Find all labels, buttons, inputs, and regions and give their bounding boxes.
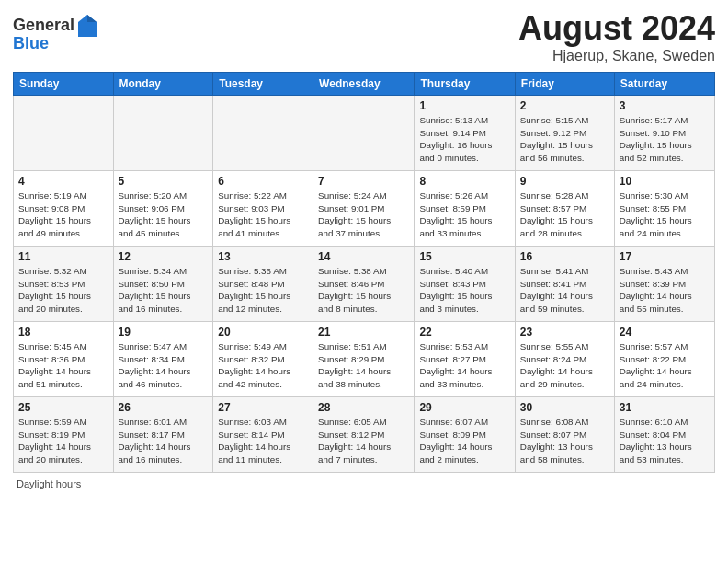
day-number: 19	[119, 326, 209, 339]
day-info: Sunrise: 5:38 AMSunset: 8:46 PMDaylight:…	[318, 265, 409, 316]
day-info: Sunrise: 5:30 AMSunset: 8:55 PMDaylight:…	[620, 190, 710, 240]
day-info: Sunrise: 6:10 AMSunset: 8:04 PMDaylight:…	[620, 416, 710, 466]
week-row-2: 4Sunrise: 5:19 AMSunset: 9:08 PMDaylight…	[14, 171, 715, 247]
day-info: Sunrise: 5:57 AMSunset: 8:22 PMDaylight:…	[620, 340, 710, 391]
calendar-cell	[113, 96, 213, 171]
calendar-cell: 4Sunrise: 5:19 AMSunset: 9:08 PMDaylight…	[14, 171, 114, 247]
calendar-cell: 20Sunrise: 5:49 AMSunset: 8:32 PMDayligh…	[213, 322, 313, 397]
week-row-4: 18Sunrise: 5:45 AMSunset: 8:36 PMDayligh…	[14, 322, 715, 397]
day-number: 23	[520, 326, 609, 339]
day-info: Sunrise: 5:41 AMSunset: 8:41 PMDaylight:…	[520, 265, 609, 316]
day-info: Sunrise: 5:53 AMSunset: 8:27 PMDaylight:…	[419, 340, 509, 391]
calendar-cell: 22Sunrise: 5:53 AMSunset: 8:27 PMDayligh…	[415, 322, 515, 397]
day-number: 20	[218, 326, 308, 339]
calendar-cell: 18Sunrise: 5:45 AMSunset: 8:36 PMDayligh…	[14, 322, 114, 397]
day-info: Sunrise: 5:40 AMSunset: 8:43 PMDaylight:…	[419, 265, 509, 316]
logo-general-text: General	[13, 17, 74, 35]
weekday-header-saturday: Saturday	[614, 73, 714, 96]
calendar-cell: 17Sunrise: 5:43 AMSunset: 8:39 PMDayligh…	[614, 247, 714, 322]
calendar-cell: 11Sunrise: 5:32 AMSunset: 8:53 PMDayligh…	[14, 247, 114, 322]
day-info: Sunrise: 5:34 AMSunset: 8:50 PMDaylight:…	[119, 265, 209, 316]
calendar-cell: 27Sunrise: 6:03 AMSunset: 8:14 PMDayligh…	[213, 397, 313, 473]
calendar-table: SundayMondayTuesdayWednesdayThursdayFrid…	[13, 72, 715, 473]
day-number: 16	[520, 250, 609, 263]
calendar-cell: 3Sunrise: 5:17 AMSunset: 9:10 PMDaylight…	[614, 96, 714, 171]
day-number: 2	[520, 99, 609, 112]
calendar-cell: 5Sunrise: 5:20 AMSunset: 9:06 PMDaylight…	[113, 171, 213, 247]
header: General Blue August 2024 Hjaerup, Skane,…	[13, 9, 715, 64]
title-block: August 2024 Hjaerup, Skane, Sweden	[518, 9, 715, 64]
weekday-header-row: SundayMondayTuesdayWednesdayThursdayFrid…	[14, 73, 715, 96]
weekday-header-sunday: Sunday	[14, 73, 114, 96]
day-info: Sunrise: 5:13 AMSunset: 9:14 PMDaylight:…	[419, 114, 509, 165]
calendar-cell: 25Sunrise: 5:59 AMSunset: 8:19 PMDayligh…	[14, 397, 114, 473]
calendar-cell: 26Sunrise: 6:01 AMSunset: 8:17 PMDayligh…	[113, 397, 213, 473]
day-number: 1	[419, 99, 509, 112]
calendar-cell: 13Sunrise: 5:36 AMSunset: 8:48 PMDayligh…	[213, 247, 313, 322]
calendar-cell: 19Sunrise: 5:47 AMSunset: 8:34 PMDayligh…	[113, 322, 213, 397]
day-number: 18	[18, 326, 108, 339]
calendar-cell: 30Sunrise: 6:08 AMSunset: 8:07 PMDayligh…	[515, 397, 614, 473]
calendar-cell: 21Sunrise: 5:51 AMSunset: 8:29 PMDayligh…	[313, 322, 415, 397]
day-info: Sunrise: 5:32 AMSunset: 8:53 PMDaylight:…	[18, 265, 108, 316]
day-number: 15	[419, 250, 509, 263]
day-number: 8	[419, 175, 509, 188]
week-row-5: 25Sunrise: 5:59 AMSunset: 8:19 PMDayligh…	[14, 397, 715, 473]
calendar-cell: 14Sunrise: 5:38 AMSunset: 8:46 PMDayligh…	[313, 247, 415, 322]
calendar-cell: 6Sunrise: 5:22 AMSunset: 9:03 PMDaylight…	[213, 171, 313, 247]
calendar-cell	[14, 96, 114, 171]
day-info: Sunrise: 5:51 AMSunset: 8:29 PMDaylight:…	[318, 340, 409, 391]
day-info: Sunrise: 5:22 AMSunset: 9:03 PMDaylight:…	[218, 190, 308, 240]
day-info: Sunrise: 5:43 AMSunset: 8:39 PMDaylight:…	[620, 265, 710, 316]
main-title: August 2024	[518, 9, 715, 48]
day-number: 17	[620, 250, 710, 263]
day-info: Sunrise: 5:20 AMSunset: 9:06 PMDaylight:…	[119, 190, 209, 240]
day-info: Sunrise: 6:01 AMSunset: 8:17 PMDaylight:…	[119, 416, 209, 466]
calendar-cell: 1Sunrise: 5:13 AMSunset: 9:14 PMDaylight…	[415, 96, 515, 171]
day-info: Sunrise: 5:45 AMSunset: 8:36 PMDaylight:…	[18, 340, 108, 391]
day-info: Sunrise: 5:28 AMSunset: 8:57 PMDaylight:…	[520, 190, 609, 240]
day-number: 10	[620, 175, 710, 188]
calendar-cell	[313, 96, 415, 171]
logo: General Blue	[13, 13, 98, 53]
day-info: Sunrise: 5:17 AMSunset: 9:10 PMDaylight:…	[620, 114, 710, 165]
calendar-cell: 12Sunrise: 5:34 AMSunset: 8:50 PMDayligh…	[113, 247, 213, 322]
day-info: Sunrise: 5:19 AMSunset: 9:08 PMDaylight:…	[18, 190, 108, 240]
day-number: 12	[119, 250, 209, 263]
day-number: 22	[419, 326, 509, 339]
weekday-header-tuesday: Tuesday	[213, 73, 313, 96]
weekday-header-thursday: Thursday	[415, 73, 515, 96]
day-number: 11	[18, 250, 108, 263]
day-info: Sunrise: 6:05 AMSunset: 8:12 PMDaylight:…	[318, 416, 409, 466]
calendar-cell: 2Sunrise: 5:15 AMSunset: 9:12 PMDaylight…	[515, 96, 614, 171]
day-number: 3	[620, 99, 710, 112]
day-info: Sunrise: 5:47 AMSunset: 8:34 PMDaylight:…	[119, 340, 209, 391]
calendar-cell: 15Sunrise: 5:40 AMSunset: 8:43 PMDayligh…	[415, 247, 515, 322]
day-number: 6	[218, 175, 308, 188]
day-info: Sunrise: 5:15 AMSunset: 9:12 PMDaylight:…	[520, 114, 609, 165]
day-number: 14	[318, 250, 409, 263]
week-row-3: 11Sunrise: 5:32 AMSunset: 8:53 PMDayligh…	[14, 247, 715, 322]
day-number: 9	[520, 175, 609, 188]
subtitle: Hjaerup, Skane, Sweden	[518, 48, 715, 64]
day-number: 13	[218, 250, 308, 263]
calendar-cell	[213, 96, 313, 171]
week-row-1: 1Sunrise: 5:13 AMSunset: 9:14 PMDaylight…	[14, 96, 715, 171]
logo-icon	[76, 13, 98, 39]
day-info: Sunrise: 5:59 AMSunset: 8:19 PMDaylight:…	[18, 416, 108, 466]
svg-marker-1	[87, 15, 97, 22]
calendar-cell: 9Sunrise: 5:28 AMSunset: 8:57 PMDaylight…	[515, 171, 614, 247]
day-number: 28	[318, 401, 409, 414]
calendar-cell: 28Sunrise: 6:05 AMSunset: 8:12 PMDayligh…	[313, 397, 415, 473]
day-info: Sunrise: 5:26 AMSunset: 8:59 PMDaylight:…	[419, 190, 509, 240]
day-number: 27	[218, 401, 308, 414]
day-number: 25	[18, 401, 108, 414]
weekday-header-wednesday: Wednesday	[313, 73, 415, 96]
day-info: Sunrise: 6:08 AMSunset: 8:07 PMDaylight:…	[520, 416, 609, 466]
page: General Blue August 2024 Hjaerup, Skane,…	[0, 0, 728, 563]
calendar-cell: 7Sunrise: 5:24 AMSunset: 9:01 PMDaylight…	[313, 171, 415, 247]
day-info: Sunrise: 5:24 AMSunset: 9:01 PMDaylight:…	[318, 190, 409, 240]
day-info: Sunrise: 5:49 AMSunset: 8:32 PMDaylight:…	[218, 340, 308, 391]
day-number: 31	[620, 401, 710, 414]
day-number: 29	[419, 401, 509, 414]
